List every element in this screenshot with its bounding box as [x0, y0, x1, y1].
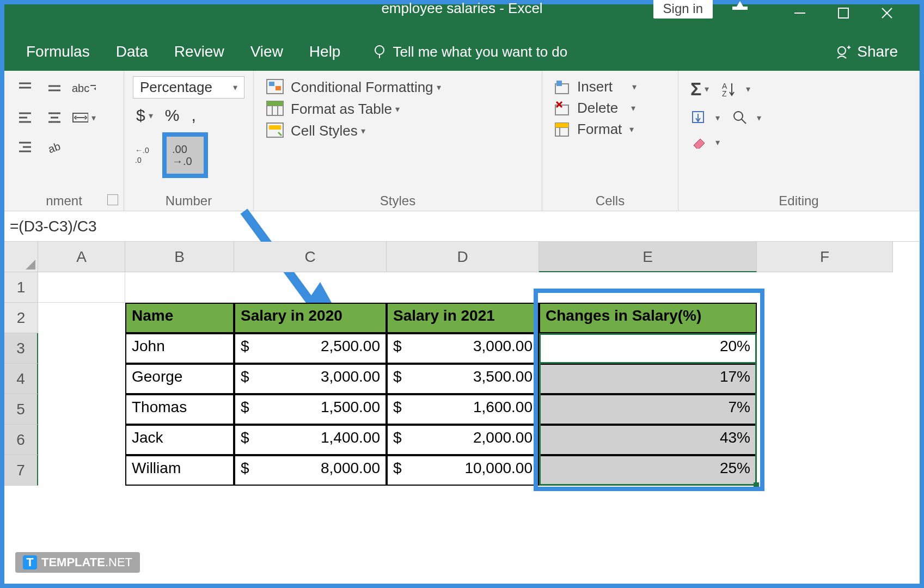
row-header-3[interactable]: 3: [4, 333, 38, 364]
styles-group-label: Styles: [262, 189, 533, 211]
tab-help[interactable]: Help: [309, 43, 341, 60]
maximize-icon[interactable]: [833, 7, 854, 24]
col-header-d[interactable]: D: [387, 242, 539, 272]
formula-bar-value: =(D3-C3)/C3: [10, 218, 96, 235]
delete-cells-button[interactable]: Delete ▾: [551, 97, 669, 119]
tab-view[interactable]: View: [250, 43, 283, 60]
chevron-down-icon: ▾: [233, 82, 237, 93]
cell-s2020-0[interactable]: $2,500.00: [234, 333, 387, 364]
cell-s2021-0[interactable]: $3,000.00: [387, 333, 539, 364]
row-header-6[interactable]: 6: [4, 425, 38, 455]
svg-point-52: [734, 112, 743, 120]
cell-s2021-4[interactable]: $10,000.00: [387, 455, 539, 486]
orientation-icon[interactable]: ab: [42, 135, 66, 159]
format-cells-button[interactable]: Format ▾: [551, 119, 669, 140]
cell-s2021-1[interactable]: $3,500.00: [387, 364, 539, 394]
cell-s2021-2[interactable]: $1,600.00: [387, 394, 539, 425]
find-select-button[interactable]: ▾: [729, 107, 764, 128]
cell-s2020-3[interactable]: $1,400.00: [234, 425, 387, 455]
share-label: Share: [857, 43, 898, 60]
cell-change-4[interactable]: 25%: [539, 455, 757, 486]
tab-review[interactable]: Review: [174, 43, 224, 60]
ribbon-options-icon[interactable]: [729, 0, 751, 16]
cell-s2020-2[interactable]: $1,500.00: [234, 394, 387, 425]
cell-s2020-1[interactable]: $3,000.00: [234, 364, 387, 394]
fill-handle[interactable]: [754, 482, 759, 488]
sort-filter-button[interactable]: AZ▾: [718, 79, 754, 100]
align-middle-icon[interactable]: [42, 76, 66, 100]
conditional-formatting-button[interactable]: Conditional Formatting▾: [262, 76, 533, 98]
cell-change-2[interactable]: 7%: [539, 394, 757, 425]
align-top-icon[interactable]: [13, 76, 37, 100]
align-right-icon[interactable]: [13, 135, 37, 159]
cell-s2020-4[interactable]: $8,000.00: [234, 455, 387, 486]
row-header-7[interactable]: 7: [4, 455, 38, 486]
col-header-f[interactable]: F: [757, 242, 893, 272]
tell-me-search[interactable]: Tell me what you want to do: [372, 44, 567, 60]
increase-decimal-button[interactable]: ←.0.0: [133, 143, 157, 167]
cell-change-1[interactable]: 17%: [539, 364, 757, 394]
col-header-c[interactable]: C: [234, 242, 387, 272]
svg-point-7: [838, 47, 846, 54]
cell-s2021-3[interactable]: $2,000.00: [387, 425, 539, 455]
table-header-change[interactable]: Changes in Salary(%): [539, 303, 757, 333]
lightbulb-icon: [372, 44, 387, 59]
alignment-dialog-launcher-icon[interactable]: [107, 194, 118, 205]
tab-data[interactable]: Data: [116, 43, 148, 60]
cell-change-0[interactable]: 20%: [539, 333, 757, 364]
percent-button[interactable]: %: [162, 104, 183, 127]
align-center-icon[interactable]: [42, 106, 66, 130]
row-header-1[interactable]: 1: [4, 272, 38, 303]
watermark: T TEMPLATE .NET: [15, 552, 140, 573]
col-header-b[interactable]: B: [125, 242, 234, 272]
table-header-name[interactable]: Name: [125, 303, 234, 333]
svg-rect-48: [555, 123, 568, 127]
cell-name-0[interactable]: John: [125, 333, 234, 364]
cell-styles-button[interactable]: Cell Styles▾: [262, 120, 533, 142]
fill-button[interactable]: ▾: [687, 107, 723, 128]
watermark-brand: TEMPLATE: [41, 555, 105, 569]
select-all-corner[interactable]: [4, 242, 38, 272]
clear-button[interactable]: ▾: [687, 133, 723, 151]
watermark-logo-icon: T: [23, 555, 37, 569]
wrap-text-icon[interactable]: abc: [72, 76, 96, 100]
cell-name-1[interactable]: George: [125, 364, 234, 394]
align-left-icon[interactable]: [13, 106, 37, 130]
col-header-a[interactable]: A: [38, 242, 125, 272]
ribbon: abc ▾ ab nment Percentage ▾: [4, 71, 920, 211]
formula-bar[interactable]: =(D3-C3)/C3: [4, 211, 920, 242]
decrease-decimal-button[interactable]: .00→.0: [162, 132, 208, 178]
col-header-e[interactable]: E: [539, 242, 757, 272]
comma-style-button[interactable]: ,: [188, 104, 199, 127]
tab-formulas[interactable]: Formulas: [26, 43, 90, 60]
document-title: employee salaries - Excel: [381, 0, 542, 17]
minimize-icon[interactable]: [789, 7, 811, 24]
table-header-2021[interactable]: Salary in 2021: [387, 303, 539, 333]
currency-button[interactable]: $▾: [133, 104, 156, 127]
table-header-2020[interactable]: Salary in 2020: [234, 303, 387, 333]
number-format-dropdown[interactable]: Percentage ▾: [133, 76, 244, 99]
row-header-2[interactable]: 2: [4, 303, 38, 333]
editing-group: Σ▾ AZ▾ ▾ ▾ ▾ Editing: [678, 71, 920, 211]
svg-text:←.0: ←.0: [135, 146, 149, 155]
share-button[interactable]: Share: [835, 43, 898, 60]
spreadsheet-grid[interactable]: A B C D E F 1 2 3 4 5 6 7 Name Salary in: [4, 242, 920, 544]
row-header-4[interactable]: 4: [4, 364, 38, 394]
cell-name-3[interactable]: Jack: [125, 425, 234, 455]
insert-cells-button[interactable]: Insert ▾: [551, 76, 669, 97]
format-as-table-button[interactable]: Format as Table▾: [262, 98, 533, 120]
alignment-group-label: nment: [13, 189, 115, 211]
cell-name-4[interactable]: William: [125, 455, 234, 486]
svg-text:ab: ab: [47, 140, 62, 155]
svg-rect-2: [839, 8, 848, 18]
cell-a1[interactable]: [38, 272, 125, 303]
svg-rect-39: [269, 125, 281, 130]
cell-change-3[interactable]: 43%: [539, 425, 757, 455]
merge-center-icon[interactable]: ▾: [72, 106, 96, 130]
autosum-button[interactable]: Σ▾: [687, 76, 712, 102]
row-header-5[interactable]: 5: [4, 394, 38, 425]
svg-rect-41: [556, 81, 562, 86]
close-icon[interactable]: [876, 7, 898, 24]
sign-in-button[interactable]: Sign in: [653, 0, 713, 19]
cell-name-2[interactable]: Thomas: [125, 394, 234, 425]
